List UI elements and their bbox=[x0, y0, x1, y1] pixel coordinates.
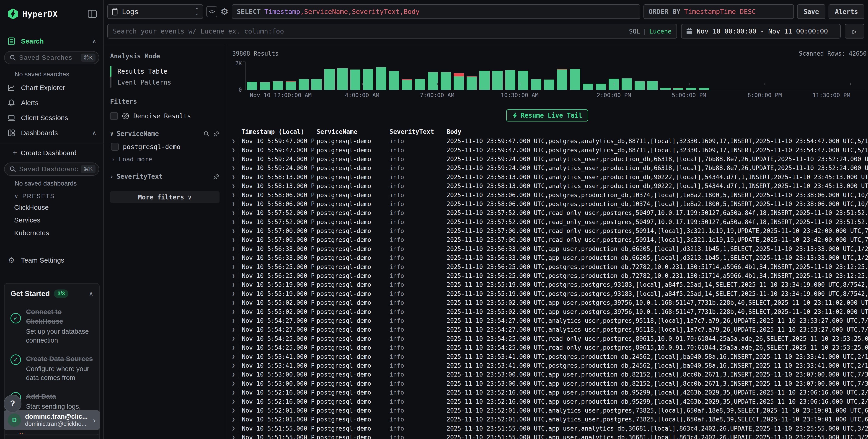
lucene-toggle[interactable]: Lucene bbox=[649, 28, 672, 35]
table-row[interactable]: ❯Nov 10 5:53:41.000 PMpostgresql-demoinf… bbox=[232, 352, 868, 361]
row-expand-icon[interactable]: ❯ bbox=[232, 237, 239, 243]
sidebar-item-client-sessions[interactable]: Client Sessions bbox=[0, 110, 103, 125]
source-select[interactable]: Logs ⌃⌄ bbox=[107, 4, 203, 19]
mode-results-table[interactable]: Results Table bbox=[112, 66, 219, 77]
row-expand-icon[interactable]: ❯ bbox=[232, 255, 239, 261]
table-row[interactable]: ❯Nov 10 5:53:00.000 PMpostgresql-demoinf… bbox=[232, 379, 868, 388]
row-expand-icon[interactable]: ❯ bbox=[232, 228, 239, 234]
row-expand-icon[interactable]: ❯ bbox=[232, 183, 239, 189]
table-row[interactable]: ❯Nov 10 5:58:06.000 PMpostgresql-demoinf… bbox=[232, 190, 868, 199]
chevron-up-icon[interactable]: ∧ bbox=[89, 290, 93, 297]
sidebar-item-dashboards[interactable]: Dashboards ∧ bbox=[0, 125, 103, 140]
table-row[interactable]: ❯Nov 10 5:57:00.000 PMpostgresql-demoinf… bbox=[232, 235, 868, 244]
row-expand-icon[interactable]: ❯ bbox=[232, 219, 239, 225]
row-expand-icon[interactable]: ❯ bbox=[232, 317, 239, 324]
sidebar-collapse-icon[interactable] bbox=[88, 10, 97, 18]
col-header-severitytext[interactable]: SeverityText bbox=[387, 128, 444, 135]
table-row[interactable]: ❯Nov 10 5:58:06.000 PMpostgresql-demoinf… bbox=[232, 199, 868, 208]
table-row[interactable]: ❯Nov 10 5:55:02.000 PMpostgresql-demoinf… bbox=[232, 307, 868, 316]
row-expand-icon[interactable]: ❯ bbox=[232, 138, 239, 144]
row-expand-icon[interactable]: ❯ bbox=[232, 174, 239, 180]
facet-servicename[interactable]: ∨ ServiceName bbox=[110, 130, 219, 137]
sidebar-item-search[interactable]: Search ∧ bbox=[0, 34, 103, 49]
table-row[interactable]: ❯Nov 10 5:56:33.000 PMpostgresql-demoinf… bbox=[232, 253, 868, 262]
row-expand-icon[interactable]: ❯ bbox=[232, 246, 239, 252]
table-row[interactable]: ❯Nov 10 5:57:00.000 PMpostgresql-demoinf… bbox=[232, 226, 868, 235]
row-expand-icon[interactable]: ❯ bbox=[232, 416, 239, 422]
table-row[interactable]: ❯Nov 10 5:59:24.000 PMpostgresql-demoinf… bbox=[232, 163, 868, 172]
row-expand-icon[interactable]: ❯ bbox=[232, 156, 239, 162]
get-started-item[interactable]: ✓ Create Data Sources Configure where yo… bbox=[10, 354, 93, 382]
table-row[interactable]: ❯Nov 10 5:52:16.000 PMpostgresql-demoinf… bbox=[232, 388, 868, 397]
facet-severitytext[interactable]: › SeverityText bbox=[110, 173, 219, 180]
resume-live-tail-button[interactable]: Resume Live Tail bbox=[506, 109, 588, 122]
table-row[interactable]: ❯Nov 10 5:58:13.000 PMpostgresql-demoinf… bbox=[232, 173, 868, 182]
col-header-servicename[interactable]: ServiceName bbox=[314, 128, 387, 135]
row-expand-icon[interactable]: ❯ bbox=[232, 326, 239, 333]
user-menu[interactable]: D dominic.tran@clic... dominic.tran@clic… bbox=[4, 410, 100, 430]
table-row[interactable]: ❯Nov 10 5:56:25.000 PMpostgresql-demoinf… bbox=[232, 271, 868, 280]
checkbox[interactable] bbox=[110, 112, 118, 120]
load-more-button[interactable]: › Load more bbox=[112, 156, 219, 163]
preset-clickhouse[interactable]: ClickHouse bbox=[0, 201, 103, 214]
alerts-button[interactable]: Alerts bbox=[829, 4, 864, 19]
row-expand-icon[interactable]: ❯ bbox=[232, 353, 239, 360]
run-query-button[interactable]: ▷ bbox=[845, 24, 864, 38]
more-filters-button[interactable]: More filters ∨ bbox=[110, 191, 219, 203]
table-row[interactable]: ❯Nov 10 5:56:25.000 PMpostgresql-demoinf… bbox=[232, 262, 868, 271]
row-expand-icon[interactable]: ❯ bbox=[232, 263, 239, 270]
row-expand-icon[interactable]: ❯ bbox=[232, 335, 239, 342]
help-button[interactable]: ? bbox=[4, 395, 22, 413]
mode-event-patterns[interactable]: Event Patterns bbox=[112, 77, 219, 88]
col-header-timestamp[interactable]: Timestamp (Local) bbox=[239, 128, 314, 135]
table-row[interactable]: ❯Nov 10 5:59:47.000 PMpostgresql-demoinf… bbox=[232, 146, 868, 154]
table-row[interactable]: ❯Nov 10 5:58:13.000 PMpostgresql-demoinf… bbox=[232, 182, 868, 190]
table-row[interactable]: ❯Nov 10 5:57:52.000 PMpostgresql-demoinf… bbox=[232, 208, 868, 217]
preset-services[interactable]: Services bbox=[0, 214, 103, 226]
table-row[interactable]: ❯Nov 10 5:55:19.000 PMpostgresql-demoinf… bbox=[232, 289, 868, 298]
event-search-field[interactable] bbox=[113, 27, 625, 35]
code-brackets-icon[interactable]: <> bbox=[206, 6, 217, 17]
row-expand-icon[interactable]: ❯ bbox=[232, 425, 239, 432]
row-expand-icon[interactable]: ❯ bbox=[232, 300, 239, 306]
table-row[interactable]: ❯Nov 10 5:54:27.000 PMpostgresql-demoinf… bbox=[232, 316, 868, 325]
table-row[interactable]: ❯Nov 10 5:51:55.000 PMpostgresql-demoinf… bbox=[232, 433, 868, 439]
row-expand-icon[interactable]: ❯ bbox=[232, 210, 239, 216]
col-header-body[interactable]: Body bbox=[444, 128, 868, 135]
save-button[interactable]: Save bbox=[797, 4, 825, 19]
saved-searches-field[interactable] bbox=[19, 54, 78, 61]
histogram-bars[interactable] bbox=[246, 62, 866, 90]
row-expand-icon[interactable]: ❯ bbox=[232, 165, 239, 171]
row-expand-icon[interactable]: ❯ bbox=[232, 192, 239, 198]
table-row[interactable]: ❯Nov 10 5:59:24.000 PMpostgresql-demoinf… bbox=[232, 155, 868, 163]
pin-icon[interactable] bbox=[214, 131, 219, 137]
create-dashboard-button[interactable]: + Create Dashboard bbox=[0, 146, 103, 160]
row-expand-icon[interactable]: ❯ bbox=[232, 308, 239, 315]
presets-section-toggle[interactable]: ∨ PRESETS bbox=[0, 189, 103, 201]
row-expand-icon[interactable]: ❯ bbox=[232, 282, 239, 288]
event-search-input[interactable]: SQL|Lucene bbox=[107, 24, 677, 38]
select-query-input[interactable]: SELECT Timestamp,ServiceName,SeverityTex… bbox=[232, 4, 641, 19]
table-row[interactable]: ❯Nov 10 5:53:41.000 PMpostgresql-demoinf… bbox=[232, 361, 868, 370]
table-row[interactable]: ❯Nov 10 5:56:33.000 PMpostgresql-demoinf… bbox=[232, 244, 868, 253]
row-expand-icon[interactable]: ❯ bbox=[232, 344, 239, 351]
table-row[interactable]: ❯Nov 10 5:54:25.000 PMpostgresql-demoinf… bbox=[232, 334, 868, 343]
saved-dashboards-field[interactable] bbox=[19, 165, 78, 173]
row-expand-icon[interactable]: ❯ bbox=[232, 362, 239, 369]
pin-icon[interactable] bbox=[214, 174, 219, 180]
row-expand-icon[interactable]: ❯ bbox=[232, 380, 239, 386]
saved-dashboards-input[interactable]: ⌘K bbox=[4, 162, 99, 176]
checkbox[interactable] bbox=[111, 143, 119, 151]
denoise-results-checkbox-row[interactable]: Denoise Results bbox=[110, 112, 219, 120]
search-icon[interactable] bbox=[204, 131, 210, 137]
table-row[interactable]: ❯Nov 10 5:51:55.000 PMpostgresql-demoinf… bbox=[232, 424, 868, 433]
saved-searches-input[interactable]: ⌘K bbox=[4, 51, 99, 64]
row-expand-icon[interactable]: ❯ bbox=[232, 371, 239, 378]
table-row[interactable]: ❯Nov 10 5:54:27.000 PMpostgresql-demoinf… bbox=[232, 325, 868, 334]
table-row[interactable]: ❯Nov 10 5:55:02.000 PMpostgresql-demoinf… bbox=[232, 298, 868, 307]
time-range-picker[interactable]: Nov 10 00:00:00 - Nov 11 00:00:00 bbox=[681, 24, 841, 38]
sidebar-item-team-settings[interactable]: ⚙ Team Settings bbox=[0, 252, 103, 269]
table-row[interactable]: ❯Nov 10 5:54:25.000 PMpostgresql-demoinf… bbox=[232, 343, 868, 352]
preset-kubernetes[interactable]: Kubernetes bbox=[0, 226, 103, 239]
row-expand-icon[interactable]: ❯ bbox=[232, 407, 239, 413]
